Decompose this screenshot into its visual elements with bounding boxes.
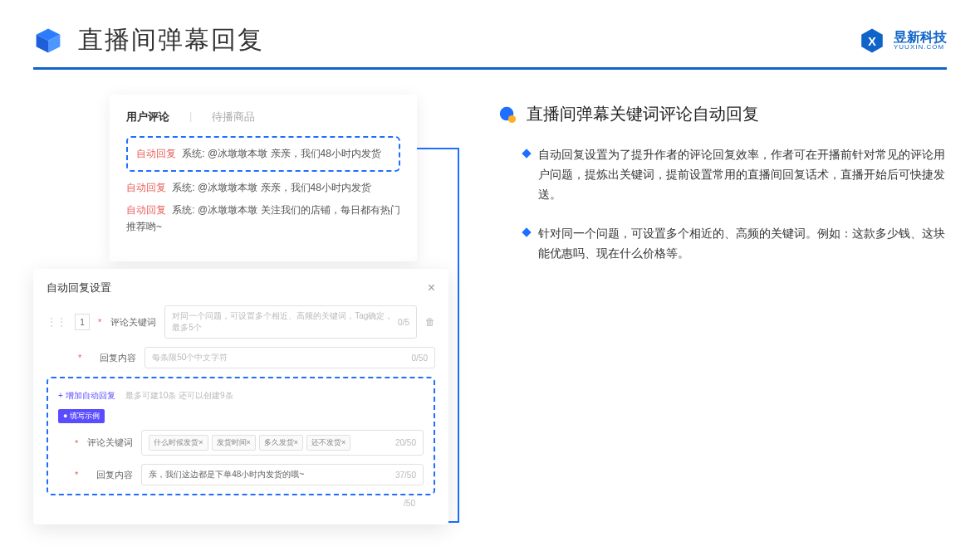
- comment-text: 系统: @冰墩墩本墩 亲亲，我们48小时内发货: [182, 148, 381, 159]
- close-icon[interactable]: ×: [428, 280, 435, 295]
- example-box: + 增加自动回复 最多可建10条 还可以创建9条 ● 填写示例 * 评论关键词 …: [47, 377, 435, 495]
- counter: 37/50: [395, 471, 416, 480]
- counter: 20/50: [395, 438, 416, 447]
- add-reply-link[interactable]: + 增加自动回复: [58, 391, 115, 400]
- placeholder: 对同一个问题，可设置多个相近、高频的关键词，Tag确定，最多5个: [172, 310, 398, 334]
- required-star: *: [75, 438, 78, 448]
- page-title: 直播间弹幕回复: [78, 23, 264, 57]
- logo-text-cn: 昱新科技: [894, 31, 947, 44]
- header-left: 直播间弹幕回复: [33, 23, 264, 57]
- content-input[interactable]: 每条限50个中文字符 0/50: [145, 347, 435, 368]
- comment-row: 自动回复 系统: @冰墩墩本墩 亲亲，我们48小时内发货: [126, 180, 400, 196]
- tab-user-comments[interactable]: 用户评论: [126, 110, 169, 124]
- auto-reply-tag: 自动回复: [126, 182, 166, 193]
- tab-pending-goods[interactable]: 待播商品: [212, 110, 255, 124]
- logo-text-en: YUUXIN.COM: [894, 44, 947, 51]
- ex-ct-text: 亲，我们这边都是下单48小时内发货的哦~: [149, 469, 304, 480]
- required-star: *: [75, 470, 78, 480]
- keyword-row: ⋮⋮ 1 * 评论关键词 对同一个问题，可设置多个相近、高频的关键词，Tag确定…: [47, 305, 435, 339]
- comment-text: 系统: @冰墩墩本墩 关注我们的店铺，每日都有热门推荐哟~: [126, 204, 400, 232]
- svg-point-6: [508, 115, 516, 122]
- bullet-text: 自动回复设置为了提升作者的评论回复效率，作者可在开播前针对常见的评论用户问题，提…: [538, 145, 947, 204]
- bullet-item: 针对同一个问题，可设置多个相近的、高频的关键词。例如：这款多少钱、这块能优惠吗、…: [498, 224, 947, 264]
- ex-ct-label: 回复内容: [86, 469, 133, 481]
- index-box: 1: [75, 314, 90, 330]
- panel-tabs: 用户评论 | 待播商品: [126, 110, 400, 124]
- cube-icon: [33, 26, 63, 56]
- counter: 0/50: [412, 354, 428, 363]
- auto-reply-tag: 自动回复: [136, 148, 176, 159]
- ex-kw-input[interactable]: 什么时候发货× 发货时间× 多久发货× 还不发货× 20/50: [141, 430, 424, 456]
- content-row: * 回复内容 每条限50个中文字符 0/50: [47, 347, 435, 368]
- bullet-text: 针对同一个问题，可设置多个相近的、高频的关键词。例如：这款多少钱、这块能优惠吗、…: [538, 224, 947, 264]
- settings-panel: 自动回复设置 × ⋮⋮ 1 * 评论关键词 对同一个问题，可设置多个相近、高频的…: [33, 269, 448, 524]
- tag[interactable]: 多久发货×: [259, 435, 303, 451]
- header: 直播间弹幕回复 X 昱新科技 YUUXIN.COM: [0, 0, 980, 67]
- keyword-input[interactable]: 对同一个问题，可设置多个相近、高频的关键词，Tag确定，最多5个 0/5: [164, 305, 417, 339]
- screenshot-column: 用户评论 | 待播商品 自动回复 系统: @冰墩墩本墩 亲亲，我们48小时内发货…: [33, 95, 448, 284]
- svg-text:X: X: [868, 34, 876, 47]
- keyword-label: 评论关键词: [110, 316, 156, 329]
- required-star: *: [98, 317, 101, 327]
- tag-group: 什么时候发货× 发货时间× 多久发货× 还不发货×: [149, 435, 350, 451]
- ex-content-row: * 回复内容 亲，我们这边都是下单48小时内发货的哦~ 37/50: [58, 464, 424, 485]
- diamond-icon: [522, 228, 531, 237]
- trash-icon[interactable]: 🗑: [425, 316, 435, 328]
- tag[interactable]: 还不发货×: [306, 435, 350, 451]
- section-title: 直播间弹幕关键词评论自动回复: [527, 103, 759, 125]
- required-star: *: [78, 353, 81, 363]
- ex-ct-input[interactable]: 亲，我们这边都是下单48小时内发货的哦~ 37/50: [141, 464, 424, 485]
- tag[interactable]: 什么时候发货×: [149, 435, 208, 451]
- description-column: 直播间弹幕关键词评论自动回复 自动回复设置为了提升作者的评论回复效率，作者可在开…: [498, 95, 947, 284]
- section-head: 直播间弹幕关键词评论自动回复: [498, 103, 947, 125]
- comments-panel: 用户评论 | 待播商品 自动回复 系统: @冰墩墩本墩 亲亲，我们48小时内发货…: [110, 95, 417, 261]
- tab-sep: |: [189, 110, 192, 124]
- highlighted-comment: 自动回复 系统: @冰墩墩本墩 亲亲，我们48小时内发货: [126, 136, 400, 172]
- brand-logo: X 昱新科技 YUUXIN.COM: [859, 27, 947, 54]
- comment-row: 自动回复 系统: @冰墩墩本墩 关注我们的店铺，每日都有热门推荐哟~: [126, 202, 400, 234]
- example-badge: ● 填写示例: [58, 409, 105, 423]
- extra-counter: /50: [404, 499, 415, 508]
- counter: 0/5: [398, 318, 409, 327]
- diamond-icon: [522, 149, 531, 158]
- settings-title: 自动回复设置: [47, 280, 111, 295]
- placeholder: 每条限50个中文字符: [152, 352, 228, 363]
- bullet-item: 自动回复设置为了提升作者的评论回复效率，作者可在开播前针对常见的评论用户问题，提…: [498, 145, 947, 204]
- logo-icon: X: [859, 27, 885, 54]
- drag-icon[interactable]: ⋮⋮: [47, 316, 66, 328]
- tag[interactable]: 发货时间×: [212, 435, 256, 451]
- add-note: 最多可建10条 还可以创建9条: [125, 391, 233, 400]
- auto-reply-tag: 自动回复: [126, 204, 166, 216]
- bubble-icon: [498, 105, 517, 124]
- ex-keyword-row: * 评论关键词 什么时候发货× 发货时间× 多久发货× 还不发货× 20/50: [58, 430, 424, 456]
- comment-text: 系统: @冰墩墩本墩 亲亲，我们48小时内发货: [172, 182, 371, 193]
- content-label: 回复内容: [90, 352, 136, 364]
- ex-kw-label: 评论关键词: [86, 436, 133, 449]
